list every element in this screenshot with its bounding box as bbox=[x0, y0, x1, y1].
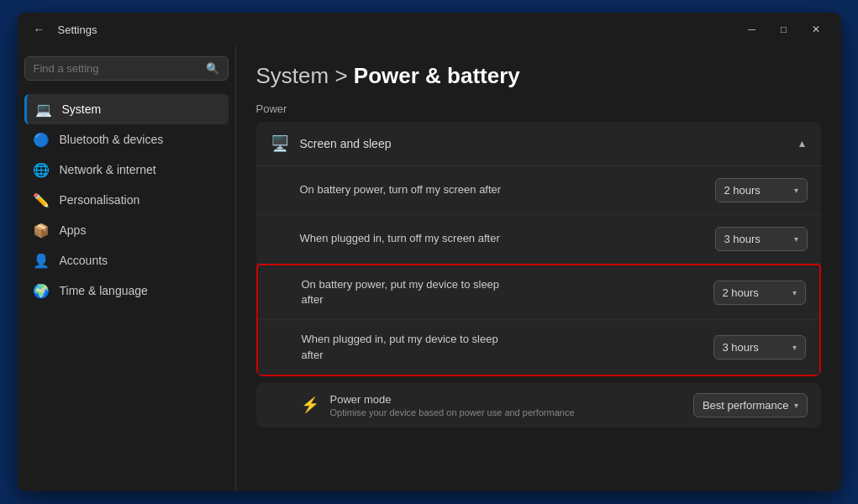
personalisation-icon: ✏️ bbox=[33, 192, 50, 208]
breadcrumb-separator: > bbox=[334, 63, 353, 88]
main-content: System > Power & battery Power 🖥️ Screen… bbox=[236, 46, 841, 491]
dropdown-battery-screen[interactable]: 2 hours ▾ bbox=[715, 178, 808, 202]
accounts-icon: 👤 bbox=[33, 252, 50, 269]
chevron-down-icon: ▾ bbox=[794, 234, 798, 244]
title-bar: ← Settings ─ □ ✕ bbox=[18, 13, 841, 46]
settings-window: ← Settings ─ □ ✕ 🔍 💻 System bbox=[18, 13, 841, 491]
dropdown-value-battery-sleep: 2 hours bbox=[723, 286, 759, 299]
setting-label-battery-screen: On battery power, turn off my screen aft… bbox=[300, 182, 502, 197]
section-label: Power bbox=[256, 102, 821, 115]
breadcrumb-system: System bbox=[256, 63, 329, 88]
power-mode-title: Power mode bbox=[330, 393, 575, 406]
apps-icon: 📦 bbox=[33, 222, 50, 239]
sidebar-label-accounts: Accounts bbox=[60, 254, 108, 267]
close-button[interactable]: ✕ bbox=[801, 18, 831, 41]
screen-sleep-title: Screen and sleep bbox=[300, 137, 392, 150]
sidebar-label-bluetooth: Bluetooth & devices bbox=[60, 133, 164, 146]
sidebar-item-accounts[interactable]: 👤 Accounts bbox=[24, 245, 229, 276]
highlighted-settings-group: On battery power, put my device to sleep… bbox=[256, 264, 821, 376]
sidebar-label-network: Network & internet bbox=[60, 163, 156, 176]
search-box[interactable]: 🔍 bbox=[24, 56, 229, 81]
screen-sleep-icon: 🖥️ bbox=[270, 134, 290, 154]
window-title: Settings bbox=[58, 24, 737, 36]
search-input[interactable] bbox=[34, 62, 206, 75]
sidebar-item-personalisation[interactable]: ✏️ Personalisation bbox=[24, 185, 229, 215]
page-title: Power & battery bbox=[354, 63, 520, 88]
sidebar-label-apps: Apps bbox=[60, 223, 87, 237]
power-mode-text: Power mode Optimise your device based on… bbox=[330, 393, 575, 417]
page-header: System > Power & battery bbox=[256, 46, 821, 102]
setting-label-battery-sleep: On battery power, put my device to sleep… bbox=[302, 277, 503, 307]
content-area: 🔍 💻 System 🔵 Bluetooth & devices 🌐 Netwo… bbox=[18, 46, 841, 491]
power-mode-row: ⚡ Power mode Optimise your device based … bbox=[256, 383, 821, 428]
dropdown-value-plugged-screen: 3 hours bbox=[724, 233, 761, 245]
minimize-button[interactable]: ─ bbox=[737, 18, 767, 41]
system-icon: 💻 bbox=[35, 101, 52, 118]
sidebar-label-time: Time & language bbox=[60, 284, 148, 297]
sidebar-item-time[interactable]: 🌍 Time & language bbox=[24, 276, 229, 306]
setting-row-battery-screen: On battery power, turn off my screen aft… bbox=[256, 166, 821, 215]
setting-label-plugged-screen: When plugged in, turn off my screen afte… bbox=[300, 231, 500, 246]
dropdown-value-battery-screen: 2 hours bbox=[724, 184, 761, 197]
chevron-down-icon: ▾ bbox=[792, 288, 797, 297]
dropdown-value-power-mode: Best performance bbox=[703, 399, 789, 412]
maximize-button[interactable]: □ bbox=[769, 18, 799, 41]
back-button[interactable]: ← bbox=[28, 18, 51, 41]
sidebar-item-system[interactable]: 💻 System bbox=[24, 94, 229, 124]
bluetooth-icon: 🔵 bbox=[33, 131, 50, 148]
network-icon: 🌐 bbox=[33, 161, 50, 178]
dropdown-battery-sleep[interactable]: 2 hours ▾ bbox=[713, 281, 806, 305]
screen-sleep-card: 🖥️ Screen and sleep ▲ On battery power, … bbox=[256, 122, 821, 376]
power-mode-card: ⚡ Power mode Optimise your device based … bbox=[256, 383, 821, 428]
sidebar-label-personalisation: Personalisation bbox=[60, 193, 140, 207]
window-controls: ─ □ ✕ bbox=[737, 18, 831, 41]
card-body: On battery power, turn off my screen aft… bbox=[256, 165, 821, 376]
sidebar-label-system: System bbox=[62, 102, 102, 116]
dropdown-value-plugged-sleep: 3 hours bbox=[723, 341, 759, 354]
power-mode-icon: ⚡ bbox=[300, 395, 320, 415]
search-icon: 🔍 bbox=[206, 62, 219, 75]
chevron-down-icon: ▾ bbox=[794, 186, 798, 195]
dropdown-plugged-sleep[interactable]: 3 hours ▾ bbox=[713, 335, 806, 360]
time-icon: 🌍 bbox=[33, 282, 50, 299]
screen-sleep-card-header[interactable]: 🖥️ Screen and sleep ▲ bbox=[256, 122, 821, 165]
dropdown-plugged-screen[interactable]: 3 hours ▾ bbox=[715, 227, 808, 251]
chevron-down-icon: ▾ bbox=[794, 401, 798, 410]
sidebar-item-bluetooth[interactable]: 🔵 Bluetooth & devices bbox=[24, 124, 229, 155]
setting-row-plugged-screen: When plugged in, turn off my screen afte… bbox=[256, 215, 821, 264]
sidebar-item-apps[interactable]: 📦 Apps bbox=[24, 215, 229, 245]
setting-row-battery-sleep: On battery power, put my device to sleep… bbox=[258, 265, 819, 320]
power-mode-subtitle: Optimise your device based on power use … bbox=[330, 407, 575, 417]
sidebar-item-network[interactable]: 🌐 Network & internet bbox=[24, 155, 229, 185]
chevron-up-icon: ▲ bbox=[797, 138, 808, 150]
power-mode-left: ⚡ Power mode Optimise your device based … bbox=[300, 393, 693, 417]
sidebar: 🔍 💻 System 🔵 Bluetooth & devices 🌐 Netwo… bbox=[18, 46, 236, 491]
card-header-left: 🖥️ Screen and sleep bbox=[270, 134, 392, 154]
chevron-down-icon: ▾ bbox=[792, 343, 797, 352]
setting-label-plugged-sleep: When plugged in, put my device to sleep … bbox=[302, 332, 503, 362]
setting-row-plugged-sleep: When plugged in, put my device to sleep … bbox=[258, 320, 819, 374]
dropdown-power-mode[interactable]: Best performance ▾ bbox=[693, 393, 808, 417]
